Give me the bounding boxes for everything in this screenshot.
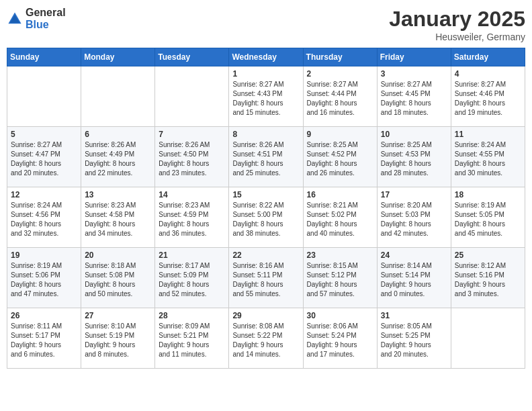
day-number: 30 (307, 311, 373, 320)
calendar-cell: 29Sunrise: 8:08 AM Sunset: 5:22 PM Dayli… (229, 308, 303, 369)
day-info: Sunrise: 8:27 AM Sunset: 4:47 PM Dayligh… (11, 140, 77, 178)
calendar-cell: 5Sunrise: 8:27 AM Sunset: 4:47 PM Daylig… (7, 127, 81, 187)
day-number: 24 (381, 250, 447, 260)
day-number: 4 (455, 69, 521, 79)
day-number: 10 (381, 130, 447, 139)
calendar-cell (81, 66, 155, 127)
day-info: Sunrise: 8:26 AM Sunset: 4:51 PM Dayligh… (232, 140, 299, 178)
day-info: Sunrise: 8:05 AM Sunset: 5:25 PM Dayligh… (381, 322, 447, 359)
weekday-header-tuesday: Tuesday (155, 48, 229, 66)
day-info: Sunrise: 8:25 AM Sunset: 4:52 PM Dayligh… (307, 140, 373, 178)
day-number: 29 (232, 311, 299, 320)
day-number: 1 (232, 69, 299, 79)
weekday-header-friday: Friday (377, 48, 451, 66)
calendar-table: SundayMondayTuesdayWednesdayThursdayFrid… (7, 48, 525, 369)
day-info: Sunrise: 8:15 AM Sunset: 5:12 PM Dayligh… (307, 261, 373, 299)
calendar-cell: 16Sunrise: 8:21 AM Sunset: 5:02 PM Dayli… (303, 187, 377, 248)
day-number: 26 (11, 311, 77, 320)
weekday-header-row: SundayMondayTuesdayWednesdayThursdayFrid… (7, 48, 525, 66)
day-number: 16 (307, 190, 373, 199)
day-number: 22 (232, 250, 299, 260)
day-number: 15 (232, 190, 299, 199)
day-info: Sunrise: 8:12 AM Sunset: 5:16 PM Dayligh… (455, 261, 521, 299)
day-number: 9 (307, 130, 373, 139)
calendar-week-row: 1Sunrise: 8:27 AM Sunset: 4:43 PM Daylig… (7, 66, 525, 127)
day-info: Sunrise: 8:14 AM Sunset: 5:14 PM Dayligh… (381, 261, 447, 299)
calendar-cell: 19Sunrise: 8:19 AM Sunset: 5:06 PM Dayli… (7, 248, 81, 308)
day-number: 20 (85, 250, 151, 260)
logo-icon (7, 11, 23, 27)
calendar-cell: 22Sunrise: 8:16 AM Sunset: 5:11 PM Dayli… (229, 248, 303, 308)
weekday-header-sunday: Sunday (7, 48, 81, 66)
title-section: January 2025 Heusweiler, Germany (389, 7, 525, 42)
day-number: 25 (455, 250, 521, 260)
calendar-cell: 6Sunrise: 8:26 AM Sunset: 4:49 PM Daylig… (81, 127, 155, 187)
calendar-cell (451, 308, 525, 369)
calendar-cell: 23Sunrise: 8:15 AM Sunset: 5:12 PM Dayli… (303, 248, 377, 308)
day-info: Sunrise: 8:06 AM Sunset: 5:24 PM Dayligh… (307, 322, 373, 359)
calendar-cell: 18Sunrise: 8:19 AM Sunset: 5:05 PM Dayli… (451, 187, 525, 248)
calendar-week-row: 5Sunrise: 8:27 AM Sunset: 4:47 PM Daylig… (7, 127, 525, 187)
calendar-cell: 20Sunrise: 8:18 AM Sunset: 5:08 PM Dayli… (81, 248, 155, 308)
weekday-header-monday: Monday (81, 48, 155, 66)
day-info: Sunrise: 8:26 AM Sunset: 4:49 PM Dayligh… (85, 140, 151, 178)
day-number: 28 (159, 311, 225, 320)
calendar-cell: 26Sunrise: 8:11 AM Sunset: 5:17 PM Dayli… (7, 308, 81, 369)
day-number: 3 (381, 69, 447, 79)
day-info: Sunrise: 8:27 AM Sunset: 4:44 PM Dayligh… (307, 80, 373, 118)
day-info: Sunrise: 8:18 AM Sunset: 5:08 PM Dayligh… (85, 261, 151, 299)
day-info: Sunrise: 8:09 AM Sunset: 5:21 PM Dayligh… (159, 322, 225, 359)
day-info: Sunrise: 8:22 AM Sunset: 5:00 PM Dayligh… (232, 201, 299, 238)
day-number: 17 (381, 190, 447, 199)
calendar-cell: 14Sunrise: 8:23 AM Sunset: 4:59 PM Dayli… (155, 187, 229, 248)
calendar-cell: 17Sunrise: 8:20 AM Sunset: 5:03 PM Dayli… (377, 187, 451, 248)
day-info: Sunrise: 8:27 AM Sunset: 4:43 PM Dayligh… (232, 80, 299, 118)
calendar-cell: 2Sunrise: 8:27 AM Sunset: 4:44 PM Daylig… (303, 66, 377, 127)
day-number: 14 (159, 190, 225, 199)
day-info: Sunrise: 8:19 AM Sunset: 5:06 PM Dayligh… (11, 261, 77, 299)
day-info: Sunrise: 8:25 AM Sunset: 4:53 PM Dayligh… (381, 140, 447, 178)
day-info: Sunrise: 8:23 AM Sunset: 4:59 PM Dayligh… (159, 201, 225, 238)
day-info: Sunrise: 8:17 AM Sunset: 5:09 PM Dayligh… (159, 261, 225, 299)
weekday-header-thursday: Thursday (303, 48, 377, 66)
calendar-cell: 21Sunrise: 8:17 AM Sunset: 5:09 PM Dayli… (155, 248, 229, 308)
page-header: General Blue January 2025 Heusweiler, Ge… (7, 7, 525, 42)
day-number: 13 (85, 190, 151, 199)
day-info: Sunrise: 8:19 AM Sunset: 5:05 PM Dayligh… (455, 201, 521, 238)
calendar-cell: 12Sunrise: 8:24 AM Sunset: 4:56 PM Dayli… (7, 187, 81, 248)
calendar-cell (155, 66, 229, 127)
calendar-week-row: 12Sunrise: 8:24 AM Sunset: 4:56 PM Dayli… (7, 187, 525, 248)
calendar-cell: 8Sunrise: 8:26 AM Sunset: 4:51 PM Daylig… (229, 127, 303, 187)
calendar-cell: 7Sunrise: 8:26 AM Sunset: 4:50 PM Daylig… (155, 127, 229, 187)
month-title: January 2025 (389, 7, 525, 32)
day-number: 5 (11, 130, 77, 139)
day-number: 8 (232, 130, 299, 139)
calendar-cell: 9Sunrise: 8:25 AM Sunset: 4:52 PM Daylig… (303, 127, 377, 187)
calendar-cell (7, 66, 81, 127)
day-number: 21 (159, 250, 225, 260)
day-number: 7 (159, 130, 225, 139)
calendar-cell: 1Sunrise: 8:27 AM Sunset: 4:43 PM Daylig… (229, 66, 303, 127)
day-info: Sunrise: 8:11 AM Sunset: 5:17 PM Dayligh… (11, 322, 77, 359)
weekday-header-saturday: Saturday (451, 48, 525, 66)
day-info: Sunrise: 8:27 AM Sunset: 4:46 PM Dayligh… (455, 80, 521, 118)
calendar-week-row: 19Sunrise: 8:19 AM Sunset: 5:06 PM Dayli… (7, 248, 525, 308)
day-number: 6 (85, 130, 151, 139)
day-info: Sunrise: 8:21 AM Sunset: 5:02 PM Dayligh… (307, 201, 373, 238)
day-info: Sunrise: 8:26 AM Sunset: 4:50 PM Dayligh… (159, 140, 225, 178)
weekday-header-wednesday: Wednesday (229, 48, 303, 66)
day-info: Sunrise: 8:24 AM Sunset: 4:56 PM Dayligh… (11, 201, 77, 238)
calendar-cell: 3Sunrise: 8:27 AM Sunset: 4:45 PM Daylig… (377, 66, 451, 127)
calendar-cell: 28Sunrise: 8:09 AM Sunset: 5:21 PM Dayli… (155, 308, 229, 369)
calendar-cell: 4Sunrise: 8:27 AM Sunset: 4:46 PM Daylig… (451, 66, 525, 127)
location-title: Heusweiler, Germany (389, 32, 525, 42)
day-info: Sunrise: 8:23 AM Sunset: 4:58 PM Dayligh… (85, 201, 151, 238)
day-info: Sunrise: 8:08 AM Sunset: 5:22 PM Dayligh… (232, 322, 299, 359)
calendar-cell: 27Sunrise: 8:10 AM Sunset: 5:19 PM Dayli… (81, 308, 155, 369)
calendar-cell: 10Sunrise: 8:25 AM Sunset: 4:53 PM Dayli… (377, 127, 451, 187)
logo: General Blue (7, 7, 66, 31)
day-number: 11 (455, 130, 521, 139)
calendar-cell: 31Sunrise: 8:05 AM Sunset: 5:25 PM Dayli… (377, 308, 451, 369)
day-number: 19 (11, 250, 77, 260)
calendar-cell: 15Sunrise: 8:22 AM Sunset: 5:00 PM Dayli… (229, 187, 303, 248)
